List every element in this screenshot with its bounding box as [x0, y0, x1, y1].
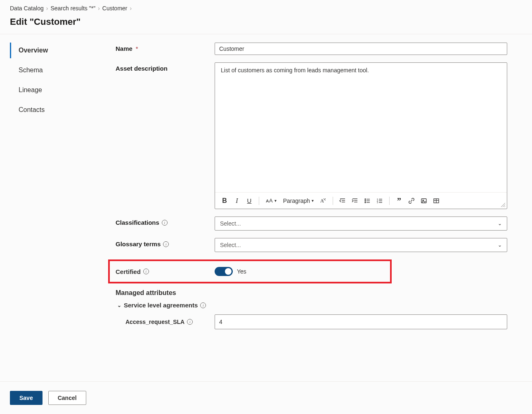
toolbar-separator	[389, 197, 390, 205]
font-size-icon: ᴀA	[266, 197, 273, 204]
chevron-down-icon: ▾	[274, 198, 277, 203]
chevron-right-icon: ›	[130, 5, 132, 12]
asset-description-textarea[interactable]: List of customers as coming from leads m…	[215, 63, 507, 192]
certified-highlight: Certified i Yes	[108, 259, 392, 283]
increase-indent-icon[interactable]	[350, 195, 360, 207]
chevron-down-icon: ⌄	[117, 302, 121, 308]
font-size-dropdown[interactable]: ᴀA ▾	[263, 195, 279, 207]
svg-line-28	[504, 206, 505, 207]
toolbar-separator	[259, 197, 259, 205]
certified-value: Yes	[237, 268, 246, 275]
name-label: Name*	[116, 43, 215, 52]
name-input[interactable]	[215, 43, 507, 55]
resize-handle-icon[interactable]	[501, 203, 506, 208]
image-icon[interactable]	[419, 195, 429, 207]
sidebar-item-contacts[interactable]: Contacts	[10, 102, 103, 118]
chevron-right-icon: ›	[46, 5, 48, 12]
decrease-indent-icon[interactable]	[337, 195, 348, 207]
glossary-terms-label: Glossary terms i	[116, 238, 215, 247]
attribute-group-sla[interactable]: ⌄ Service level agreements i	[117, 302, 507, 309]
quote-icon[interactable]: ”	[394, 195, 404, 207]
sidebar-item-overview[interactable]: Overview	[10, 43, 103, 58]
attribute-group-label: Service level agreements	[124, 302, 198, 309]
info-icon: i	[143, 269, 149, 274]
chevron-down-icon: ⌄	[498, 242, 502, 248]
numbered-list-icon[interactable]: 123	[374, 195, 385, 207]
classifications-placeholder: Select...	[220, 220, 241, 227]
managed-attributes-heading: Managed attributes	[116, 289, 507, 297]
access-request-sla-label: Access_request_SLA i	[125, 319, 215, 325]
toolbar-separator	[333, 197, 333, 205]
link-icon[interactable]	[406, 195, 417, 207]
svg-point-10	[365, 200, 366, 201]
certified-label: Certified i	[116, 268, 215, 275]
toggle-knob	[225, 268, 232, 275]
breadcrumb-item-search-results[interactable]: Search results "*"	[50, 5, 95, 12]
bold-icon[interactable]: B	[219, 195, 230, 207]
italic-icon[interactable]: I	[232, 195, 242, 207]
chevron-right-icon: ›	[98, 5, 100, 12]
info-icon: i	[162, 220, 168, 226]
svg-text:3: 3	[377, 201, 378, 204]
bullet-list-icon[interactable]	[362, 195, 373, 207]
paragraph-style-dropdown[interactable]: Paragraph ▾	[281, 195, 316, 207]
required-asterisk: *	[136, 45, 138, 52]
info-icon: i	[163, 241, 169, 247]
sidebar-item-schema[interactable]: Schema	[10, 62, 103, 78]
breadcrumb: Data Catalog › Search results "*" › Cust…	[0, 0, 532, 15]
classifications-select[interactable]: Select... ⌄	[215, 217, 507, 231]
cancel-button[interactable]: Cancel	[48, 391, 86, 405]
sidebar-item-lineage[interactable]: Lineage	[10, 82, 103, 98]
page-title: Edit "Customer"	[0, 15, 532, 34]
clear-formatting-icon[interactable]: A	[318, 195, 329, 207]
classifications-label: Classifications i	[116, 217, 215, 226]
richtext-toolbar: B I U ᴀA ▾ Paragraph ▾ A	[215, 192, 507, 209]
info-icon: i	[200, 302, 206, 308]
sidebar: Overview Schema Lineage Contacts	[0, 34, 103, 122]
glossary-terms-placeholder: Select...	[220, 242, 241, 248]
asset-description-label: Asset description	[116, 62, 215, 72]
certified-toggle[interactable]	[215, 267, 233, 276]
asset-description-editor: List of customers as coming from leads m…	[215, 62, 507, 209]
svg-point-11	[365, 202, 366, 203]
breadcrumb-item-data-catalog[interactable]: Data Catalog	[10, 5, 44, 12]
info-icon: i	[187, 319, 193, 325]
save-button[interactable]: Save	[10, 391, 43, 405]
svg-point-9	[365, 199, 366, 200]
chevron-down-icon: ⌄	[498, 221, 502, 226]
glossary-terms-select[interactable]: Select... ⌄	[215, 238, 507, 252]
table-icon[interactable]	[431, 195, 442, 207]
form: Name* Asset description List of customer…	[103, 34, 532, 329]
access-request-sla-input[interactable]	[215, 314, 507, 329]
underline-icon[interactable]: U	[244, 195, 255, 207]
chevron-down-icon: ▾	[312, 198, 314, 203]
footer: Save Cancel	[0, 381, 532, 414]
breadcrumb-item-customer[interactable]: Customer	[102, 5, 128, 12]
svg-text:A: A	[320, 198, 324, 204]
